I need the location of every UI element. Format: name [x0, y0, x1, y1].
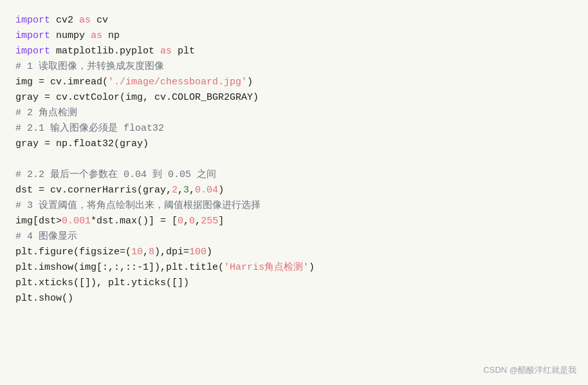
code-token: 100 — [189, 247, 207, 258]
code-token: img = cv.imread( — [15, 77, 108, 88]
code-token: , — [183, 216, 189, 227]
code-line: # 3 设置阈值，将角点绘制出来，阈值根据图像进行选择 — [15, 198, 573, 214]
code-token: ) — [218, 185, 224, 196]
code-token: 之间 — [191, 169, 216, 180]
code-line: gray = cv.cvtColor(img, cv.COLOR_BGR2GRA… — [15, 90, 573, 106]
code-line — [15, 152, 573, 167]
code-line: img = cv.imread('./image/chessboard.jpg'… — [15, 75, 573, 90]
code-token: , — [143, 247, 149, 258]
code-token: ),dpi= — [154, 247, 189, 258]
code-token: plt.figure(figsize=( — [15, 247, 131, 258]
code-container: import cv2 as cvimport numpy as npimport… — [0, 0, 588, 385]
code-token: img[dst> — [15, 216, 62, 227]
code-token: import — [15, 46, 50, 57]
code-line: # 2.2 最后一个参数在 0.04 到 0.05 之间 — [15, 167, 573, 183]
code-token: 2 — [172, 185, 178, 196]
code-line: gray = np.float32(gray) — [15, 136, 573, 152]
code-token: gray = np.float32(gray) — [15, 138, 149, 149]
code-token: 到 — [147, 169, 168, 180]
code-token: './image/chessboard.jpg' — [108, 77, 247, 88]
code-line: # 4 图像显示 — [15, 229, 573, 245]
code-token: 0 — [189, 216, 195, 227]
code-token: ) — [247, 77, 253, 88]
code-token: as — [79, 15, 91, 26]
code-token: np — [102, 30, 120, 41]
code-token: # 2.2 最后一个参数在 — [15, 169, 124, 180]
code-token: 0.001 — [62, 216, 91, 227]
code-token: 255 — [201, 216, 218, 227]
code-token: matplotlib.pyplot — [50, 46, 160, 57]
code-line: plt.show() — [15, 291, 573, 306]
code-token: plt.xticks([]), plt.yticks([]) — [15, 277, 189, 288]
code-token: 3 — [183, 185, 189, 196]
code-token: plt.show() — [15, 293, 73, 304]
code-line: # 1 读取图像，并转换成灰度图像 — [15, 59, 573, 75]
code-token: 0.04 — [195, 185, 218, 196]
code-line: plt.xticks([]), plt.yticks([]) — [15, 276, 573, 291]
code-line: # 2.1 输入图像必须是 float32 — [15, 121, 573, 136]
code-token: float32 — [124, 123, 164, 134]
code-token: numpy — [50, 30, 91, 41]
code-token: import — [15, 30, 50, 41]
code-token: # 4 图像显示 — [15, 231, 77, 242]
code-line: import numpy as np — [15, 28, 573, 44]
code-line: # 2 角点检测 — [15, 106, 573, 121]
code-line: img[dst>0.001*dst.max()] = [0,0,255] — [15, 214, 573, 229]
code-token: 0.05 — [168, 169, 191, 180]
code-token: , — [195, 216, 201, 227]
code-token: , — [189, 185, 195, 196]
code-token: cv — [91, 15, 108, 26]
code-token: # 2 角点检测 — [15, 108, 77, 118]
code-token: 0.04 — [124, 169, 147, 180]
code-token: *dst.max()] = [ — [91, 216, 178, 227]
code-token: dst = cv.cornerHarris(gray, — [15, 185, 172, 196]
code-line: import matplotlib.pyplot as plt — [15, 44, 573, 59]
code-block: import cv2 as cvimport numpy as npimport… — [15, 13, 573, 306]
code-token: 0 — [178, 216, 183, 227]
code-token: 10 — [131, 247, 143, 258]
code-token: ) — [207, 247, 212, 258]
code-token: cv2 — [50, 15, 79, 26]
code-token: import — [15, 15, 50, 26]
code-token: 'Harris角点检测' — [224, 262, 309, 273]
code-token: # 2.1 输入图像必须是 — [15, 123, 124, 134]
code-token: # 3 设置阈值，将角点绘制出来，阈值根据图像进行选择 — [15, 200, 261, 211]
code-line: dst = cv.cornerHarris(gray,2,3,0.04) — [15, 183, 573, 198]
code-token: 8 — [149, 247, 154, 258]
code-line: plt.imshow(img[:,:,::-1]),plt.title('Har… — [15, 260, 573, 276]
watermark: CSDN @醋酸洋红就是我 — [483, 364, 576, 377]
code-line: plt.figure(figsize=(10,8),dpi=100) — [15, 245, 573, 260]
code-token: plt.imshow(img[:,:,::-1]),plt.title( — [15, 262, 224, 273]
code-token: , — [178, 185, 183, 196]
code-token: ] — [218, 216, 224, 227]
code-token: gray = cv.cvtColor(img, cv.COLOR_BGR2GRA… — [15, 92, 259, 103]
code-line: import cv2 as cv — [15, 13, 573, 28]
code-token: ) — [309, 262, 315, 273]
code-token: plt — [172, 46, 195, 57]
code-token: as — [91, 30, 102, 41]
code-token: # 1 读取图像，并转换成灰度图像 — [15, 61, 164, 72]
code-token: as — [160, 46, 172, 57]
